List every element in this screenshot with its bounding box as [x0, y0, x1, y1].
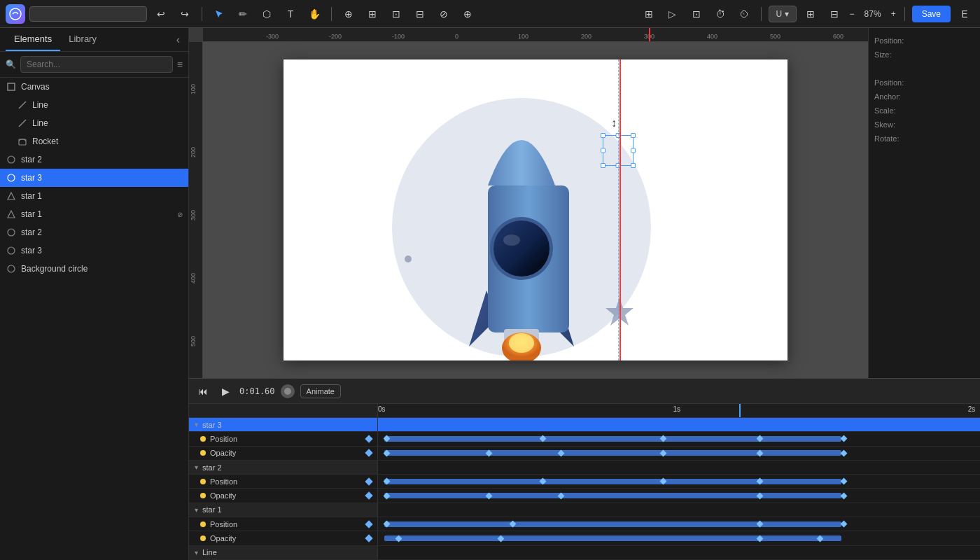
grid-button[interactable]: ⊞	[801, 4, 820, 24]
align-tool-button[interactable]: ⊕	[339, 4, 358, 24]
tl-track-star3-opacity[interactable]	[378, 447, 980, 460]
undo-button[interactable]: ↩	[151, 4, 171, 24]
tl-row-star3-header[interactable]: ▾ star 3	[189, 418, 980, 432]
star1-opacity-label: Opacity	[210, 534, 236, 542]
timer2-button[interactable]: ⏲	[734, 4, 754, 24]
kf-s3p-5[interactable]	[841, 435, 848, 442]
list-item-rocket[interactable]: Rocket	[0, 132, 188, 150]
list-item-star1a[interactable]: star 1	[0, 187, 188, 205]
distribute-tool-button[interactable]: ⊞	[363, 4, 382, 24]
text-tool-button[interactable]: T	[281, 4, 300, 24]
tl-label-star1[interactable]: ▾ star 1	[189, 503, 378, 517]
panel-position-row: Position:	[874, 34, 974, 48]
tab-elements[interactable]: Elements	[6, 28, 60, 51]
svg-point-11	[8, 265, 15, 272]
canvas-icon	[6, 81, 17, 92]
timeline-record-button[interactable]	[281, 384, 295, 398]
panel-collapse-button[interactable]: ‹	[174, 31, 183, 49]
tl-track-star1-position[interactable]	[378, 517, 980, 531]
panel-tabs: Elements Library ‹	[0, 28, 188, 52]
timeline-animate-button[interactable]: Animate	[300, 384, 341, 398]
tl-row-star3-position: Position	[189, 432, 980, 446]
list-item-star3[interactable]: star 3	[0, 169, 188, 187]
star2-position-diamond	[365, 477, 372, 485]
kf-s2o-5[interactable]	[841, 492, 848, 499]
ruler-horizontal: -300 -200 -100 0 100 200 300 400 500 600…	[203, 28, 868, 42]
tl-label-line[interactable]: ▾ Line	[189, 546, 378, 559]
list-item-star2[interactable]: star 2	[0, 150, 188, 169]
shape-tool-button[interactable]: ⬡	[257, 4, 276, 24]
anchor-label: Anchor:	[874, 92, 901, 101]
hand-tool-button[interactable]: ✋	[304, 4, 324, 24]
tab-library[interactable]: Library	[60, 28, 105, 51]
list-item-star1b[interactable]: star 1 ⊘	[0, 205, 188, 223]
list-item-line1[interactable]: Line	[0, 96, 188, 114]
canvas-area: -300 -200 -100 0 100 200 300 400 500 600…	[189, 28, 868, 378]
ruler-mark-400: 400	[707, 33, 718, 40]
zoom-plus[interactable]: +	[890, 9, 897, 19]
tl-track-star1-header	[378, 503, 980, 517]
ruler-v-500: 500	[190, 336, 197, 346]
kf-s2p-5[interactable]	[841, 478, 848, 485]
zoom-minus[interactable]: −	[848, 9, 856, 19]
timeline-skip-back-button[interactable]: ⏮	[195, 383, 211, 400]
list-item-background-circle[interactable]: Background circle	[0, 260, 188, 278]
redo-button[interactable]: ↪	[175, 4, 195, 24]
tl-track-star2-position[interactable]	[378, 475, 980, 488]
project-name-input[interactable]: rocket	[29, 6, 147, 22]
timer-button[interactable]: ⏱	[710, 4, 730, 24]
tl-label-star3-opacity: Opacity	[189, 447, 378, 460]
timeline-cursor[interactable]	[739, 404, 741, 417]
search-input[interactable]	[20, 56, 173, 73]
tl-label-star3[interactable]: ▾ star 3	[189, 418, 378, 431]
timeline-play-button[interactable]: ▶	[217, 383, 234, 400]
kf-s1p-4[interactable]	[841, 521, 848, 528]
ruler-v-300: 300	[190, 210, 197, 220]
select-tool-button[interactable]	[209, 4, 229, 24]
star3-position-dot	[200, 436, 206, 442]
search-icon: 🔍	[6, 59, 16, 69]
responsive-button[interactable]: ⊟	[825, 4, 844, 24]
kf-s3o-6[interactable]	[841, 449, 848, 456]
tl-row-line-header[interactable]: ▾ Line	[189, 546, 980, 560]
star1-opacity-dot	[200, 536, 206, 541]
panel-position2-row: Position:	[874, 76, 974, 90]
panel-skew-row: Skew:	[874, 118, 974, 132]
save-button[interactable]: Save	[912, 6, 951, 22]
mask-tool-button[interactable]: ⊘	[434, 4, 454, 24]
white-canvas[interactable]: ↕	[284, 59, 788, 360]
pen-tool-button[interactable]: ✏	[233, 4, 253, 24]
more-button[interactable]: E	[955, 4, 974, 24]
divider-2	[331, 7, 332, 21]
upgrade-button[interactable]: U ▾	[769, 6, 797, 22]
star1b-badge: ⊘	[177, 211, 183, 218]
tl-row-star2-header[interactable]: ▾ star 2	[189, 461, 980, 475]
svg-line-3	[19, 120, 26, 127]
ruler-1s: 1s	[673, 405, 680, 413]
center-and-right: -300 -200 -100 0 100 200 300 400 500 600…	[189, 28, 980, 560]
list-item-canvas[interactable]: Canvas	[0, 78, 188, 96]
frame-tool-button[interactable]: ⊟	[410, 4, 430, 24]
tl-track-star2-opacity[interactable]	[378, 489, 980, 502]
star2-position-dot	[200, 479, 206, 484]
tl-track-star3-position[interactable]	[378, 432, 980, 445]
svg-point-19	[509, 333, 534, 353]
tl-row-star1-header[interactable]: ▾ star 1	[189, 503, 980, 517]
ruler-mark-0: 0	[455, 33, 458, 40]
list-item-star3b[interactable]: star 3	[0, 241, 188, 260]
play-button[interactable]: ▷	[663, 4, 682, 24]
crop-tool-button[interactable]: ⊡	[386, 4, 406, 24]
timeline-controls: ⏮ ▶ 0:01.60 Animate	[189, 379, 980, 404]
canvas-viewport[interactable]: ↕	[203, 42, 868, 378]
star3b-label: star 3	[21, 246, 183, 255]
preview-button[interactable]: ⊞	[639, 4, 659, 24]
list-options-button[interactable]: ≡	[177, 59, 183, 70]
tl-row-star3-opacity: Opacity	[189, 447, 980, 461]
list-item-star2b[interactable]: star 2	[0, 223, 188, 241]
tl-track-star1-opacity[interactable]	[378, 531, 980, 545]
list-item-line2[interactable]: Line	[0, 114, 188, 132]
rocket-label: Rocket	[32, 136, 183, 146]
device-button[interactable]: ⊡	[687, 4, 706, 24]
tl-label-star2[interactable]: ▾ star 2	[189, 461, 378, 474]
boolean-tool-button[interactable]: ⊕	[458, 4, 477, 24]
